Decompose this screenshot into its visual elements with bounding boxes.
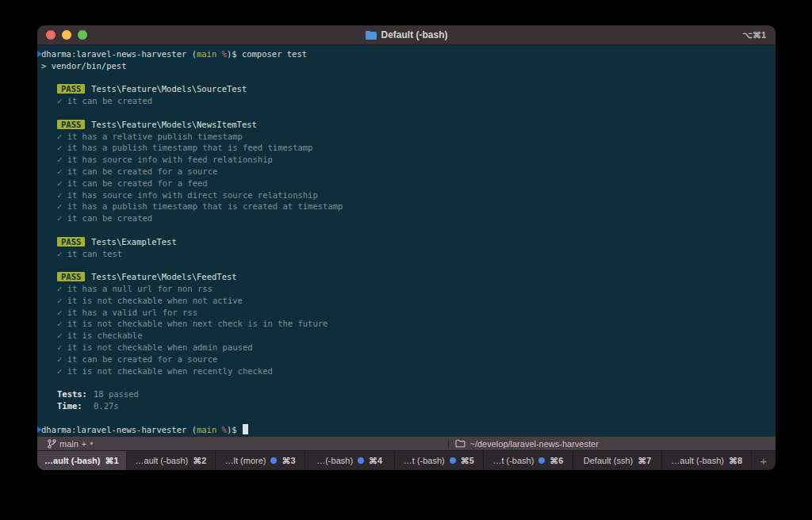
test-result-line: ✓ it can be created for a source [41,166,771,178]
suite-name: Tests\Feature\Models\NewsItemTest [91,120,257,129]
test-result-line: ✓ it is not checkable when next check is… [41,318,771,330]
check-icon: ✓ [57,296,67,305]
pass-badge: PASS [57,237,85,247]
tab-activity-dot-icon [450,457,456,464]
pass-badge: PASS [57,272,85,281]
terminal-tab-1[interactable]: …ault (-bash)⌘1 [37,451,127,470]
test-description: it has source info with feed relationshi… [67,155,273,164]
tab-label: …ault (-bash) [44,456,100,465]
pass-badge: PASS [57,120,85,129]
check-icon: ✓ [57,190,67,200]
blank-line [41,107,771,119]
close-button[interactable] [46,30,56,40]
tab-shortcut: ⌘1 [105,456,118,466]
tab-label: …ault (-bash) [671,456,724,465]
terminal-output[interactable]: dharma:laravel-news-harvester (main %)$ … [37,45,776,436]
check-icon: ✓ [57,166,67,176]
terminal-tab-5[interactable]: …t (-bash)⌘5 [395,451,485,470]
test-description: it can be created [67,213,152,223]
test-result-line: ✓ it has a publish timestamp that is cre… [41,201,771,212]
test-result-line: ✓ it can be created [41,95,771,107]
test-description: it has a publish timestamp that is creat… [67,201,343,211]
prompt-host: dharma:laravel-news-harvester ( [41,425,197,434]
test-description: it is not checkable when next check is i… [67,319,328,328]
suite-header-line: PASSTests\ExampleTest [41,236,771,248]
folder-outline-icon [455,439,465,448]
prompt-symbol: )$ [227,49,242,59]
check-icon: ✓ [57,201,67,211]
suite-name: Tests\Feature\Models\FeedTest [91,272,236,281]
git-branch-name: main [59,439,79,449]
summary-tests-line: Tests:18 passed [41,388,771,400]
summary-time-value: 0.27s [94,401,119,411]
terminal-tab-4[interactable]: …(-bash)⌘4 [305,451,395,470]
test-description: it has a relative publish timestamp [67,132,243,141]
check-icon: ✓ [57,143,67,152]
summary-tests-value: 18 passed [94,389,139,399]
shell-prompt-line: dharma:laravel-news-harvester (main %)$ [41,424,771,436]
test-description: it has a null url for non rss [67,284,213,293]
test-result-line: ✓ it has a publish timestamp that is fee… [41,142,771,154]
test-description: it is checkable [67,331,143,340]
composer-script-line: > vendor/bin/pest [41,60,771,72]
prompt-dirty-flag: % [216,49,227,59]
command-mark-icon [37,51,42,57]
tab-activity-dot-icon [358,457,364,464]
tab-shortcut: ⌘4 [369,456,382,466]
test-description: it is not checkable when admin paused [67,342,253,352]
test-description: it can be created [67,96,152,105]
terminal-tab-8[interactable]: …ault (-bash)⌘8 [662,451,752,470]
terminal-tab-2[interactable]: …ault (-bash)⌘2 [127,451,216,470]
git-branch-icon [48,439,56,449]
terminal-tab-7[interactable]: Default (ssh)⌘7 [573,451,663,470]
status-bar: main + • ~/develop/laravel-news-harveste… [37,436,776,450]
suite-header-line: PASSTests\Feature\Models\NewsItemTest [41,119,771,131]
tab-activity-dot-icon [538,457,545,464]
terminal-tab-6[interactable]: …t (-bash)⌘6 [484,451,573,470]
tab-label: …lt (more) [225,456,266,465]
minimize-button[interactable] [62,30,71,40]
check-icon: ✓ [57,249,67,258]
test-result-line: ✓ it can be created for a feed [41,178,771,189]
shell-prompt-line: dharma:laravel-news-harvester (main %)$ … [41,48,771,60]
test-result-line: ✓ it has source info with feed relations… [41,154,771,166]
terminal-window: Default (-bash) ⌥⌘1 dharma:laravel-news-… [37,25,776,470]
tab-label: …ault (-bash) [136,456,189,465]
git-status: main + • [48,439,93,449]
tab-bar: …ault (-bash)⌘1…ault (-bash)⌘2…lt (more)… [37,450,776,470]
zoom-button[interactable] [78,30,87,40]
suite-name: Tests\ExampleTest [91,237,176,247]
test-description: it has a publish timestamp that is feed … [67,143,313,152]
title-bar: Default (-bash) ⌥⌘1 [37,25,776,45]
test-result-line: ✓ it is not checkable when recently chec… [41,365,771,377]
pass-badge: PASS [57,84,85,94]
test-description: it can test [67,249,123,258]
blank-line [41,259,771,271]
git-branch-suffix: + [82,439,86,449]
summary-time-label: Time: [57,400,94,412]
tab-label: …t (-bash) [404,456,445,465]
test-description: it can be created for a source [67,166,218,176]
prompt-git-branch: main [197,425,216,434]
window-title: Default (-bash) [381,29,448,40]
working-directory-path: ~/develop/laravel-news-harvester [469,439,598,449]
check-icon: ✓ [57,96,67,105]
test-description: it can be created for a feed [67,178,208,188]
window-shortcut: ⌥⌘1 [742,30,766,40]
test-result-line: ✓ it is checkable [41,330,771,342]
test-result-line: ✓ it has a valid url for rss [41,307,771,319]
terminal-tab-3[interactable]: …lt (more)⌘3 [216,451,305,470]
tab-label: …(-bash) [316,456,353,465]
check-icon: ✓ [57,155,67,164]
prompt-host: dharma:laravel-news-harvester ( [41,49,197,59]
new-tab-button[interactable]: + [752,451,776,470]
prompt-dirty-flag: % [216,425,227,434]
summary-tests-label: Tests: [57,388,94,400]
check-icon: ✓ [57,132,67,141]
tab-label: …t (-bash) [492,456,534,465]
check-icon: ✓ [57,284,67,293]
check-icon: ✓ [57,308,67,317]
folder-icon [366,31,377,40]
summary-time-line: Time:0.27s [41,400,771,412]
tab-shortcut: ⌘3 [282,456,295,466]
